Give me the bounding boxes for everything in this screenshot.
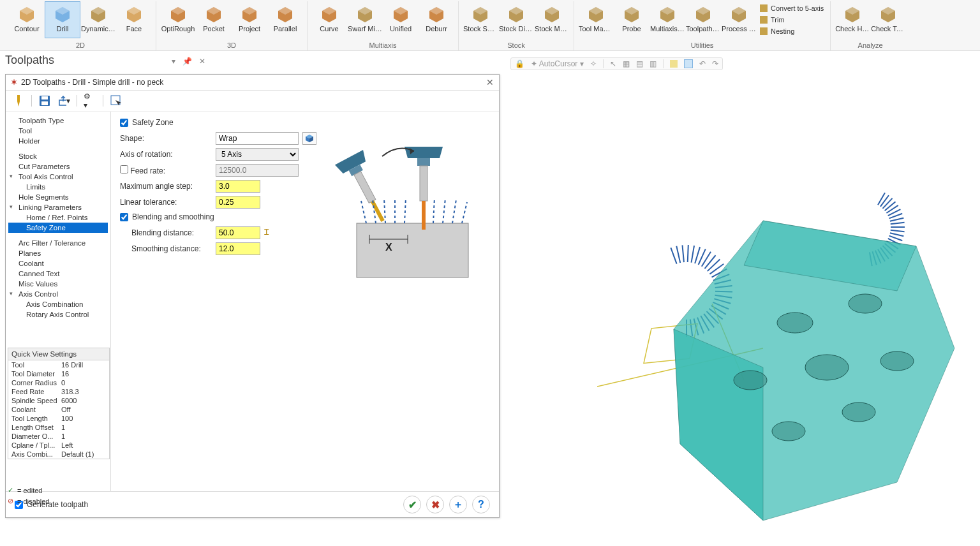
add-button[interactable]: ＋ bbox=[449, 496, 467, 513]
svg-line-89 bbox=[708, 260, 720, 272]
lin-tol-input[interactable] bbox=[216, 196, 260, 209]
ribbon-tool-manager[interactable]: Tool Manager bbox=[578, 1, 614, 38]
ribbon-toolpath-transform[interactable]: Toolpath Transform bbox=[685, 1, 721, 38]
ribbon-check-tool-reach[interactable]: Check Tool Reach bbox=[870, 1, 906, 38]
tree-limits[interactable]: Limits bbox=[8, 182, 108, 192]
qv-coolant: CoolantOff bbox=[8, 405, 109, 414]
ribbon-pocket[interactable]: Pocket bbox=[196, 1, 232, 38]
ribbon-convert-to-5-axis[interactable]: Convert to 5-axis bbox=[759, 3, 824, 14]
help-button[interactable]: ? bbox=[472, 496, 490, 513]
ribbon-unified[interactable]: Unified bbox=[383, 1, 419, 38]
svg-rect-47 bbox=[17, 95, 20, 101]
ribbon-trim[interactable]: Trim bbox=[759, 14, 824, 26]
tree-axis-combination[interactable]: Axis Combination bbox=[8, 299, 108, 309]
ribbon-nesting[interactable]: Nesting bbox=[759, 26, 824, 37]
ribbon-stock-shading[interactable]: Stock Shading bbox=[463, 1, 498, 38]
ribbon-project[interactable]: Project bbox=[232, 1, 267, 38]
tree-hole-segments[interactable]: Hole Segments bbox=[8, 192, 108, 202]
highlight-box-icon[interactable] bbox=[684, 59, 693, 68]
tree-planes[interactable]: Planes bbox=[8, 248, 108, 258]
max-angle-label: Maximum angle step: bbox=[120, 182, 216, 191]
svg-rect-57 bbox=[357, 223, 468, 277]
tree-axis-control[interactable]: Axis Control bbox=[8, 289, 108, 299]
ribbon-curve[interactable]: Curve bbox=[311, 1, 347, 38]
panel-dropdown-icon[interactable]: ▾ bbox=[172, 57, 175, 66]
tree-tool[interactable]: Tool bbox=[8, 126, 108, 136]
max-angle-input[interactable] bbox=[216, 180, 260, 193]
svg-line-118 bbox=[891, 230, 905, 232]
svg-point-140 bbox=[772, 422, 805, 441]
svg-line-116 bbox=[891, 223, 905, 225]
panel-pin-icon[interactable]: 📌 bbox=[182, 57, 192, 66]
dialog-close-button[interactable]: ✕ bbox=[486, 77, 494, 87]
gear-icon[interactable]: ⚙ ▾ bbox=[84, 94, 96, 107]
tree-linking-parameters[interactable]: Linking Parameters bbox=[8, 202, 108, 212]
svg-rect-65 bbox=[371, 200, 385, 222]
ribbon-dynamic-[interactable]: Dynamic ... bbox=[80, 1, 116, 38]
tree-misc-values[interactable]: Misc Values bbox=[8, 279, 108, 289]
tree-canned-text[interactable]: Canned Text bbox=[8, 269, 108, 279]
smooth-dist-input[interactable] bbox=[216, 242, 260, 255]
color-swatch[interactable] bbox=[670, 60, 678, 68]
grid-icon-1[interactable]: ▦ bbox=[623, 59, 630, 68]
tree-arc-filter-tolerance[interactable]: Arc Filter / Tolerance bbox=[8, 238, 108, 248]
grid-icon-2[interactable]: ▤ bbox=[636, 59, 643, 68]
ribbon-optirough[interactable]: OptiRough bbox=[160, 1, 196, 38]
pocket-icon bbox=[204, 4, 224, 24]
tree-cut-parameters[interactable]: Cut Parameters bbox=[8, 161, 108, 172]
tree-safety-zone[interactable]: Safety Zone bbox=[8, 223, 108, 233]
ribbon-deburr[interactable]: Deburr bbox=[419, 1, 454, 38]
svg-point-138 bbox=[880, 351, 914, 371]
redo-icon[interactable]: ↷ bbox=[712, 59, 718, 68]
ribbon-contour[interactable]: Contour bbox=[9, 1, 45, 38]
ribbon-multiaxis-linking[interactable]: Multiaxis Linking bbox=[650, 1, 685, 38]
tool-icon[interactable] bbox=[12, 94, 25, 107]
feed-checkbox[interactable] bbox=[120, 165, 128, 173]
tree-stock[interactable]: Stock bbox=[8, 151, 108, 161]
tree-toolpath-type[interactable]: Toolpath Type bbox=[8, 115, 108, 126]
ribbon-parallel[interactable]: Parallel bbox=[267, 1, 303, 38]
blending-checkbox[interactable] bbox=[120, 213, 128, 221]
select-icon[interactable] bbox=[110, 94, 122, 107]
cancel-button[interactable]: ✖ bbox=[426, 496, 444, 513]
shape-input[interactable] bbox=[216, 132, 299, 145]
ribbon-drill[interactable]: Drill bbox=[45, 1, 80, 38]
ribbon-face[interactable]: Face bbox=[116, 1, 152, 38]
tree-coolant[interactable]: Coolant bbox=[8, 258, 108, 269]
save-icon[interactable] bbox=[38, 94, 51, 107]
svg-point-136 bbox=[777, 313, 813, 333]
blend-dist-input[interactable] bbox=[216, 226, 260, 239]
svg-line-85 bbox=[695, 247, 700, 263]
tree-rotary-axis-control[interactable]: Rotary Axis Control bbox=[8, 309, 108, 320]
grid-icon-3[interactable]: ▥ bbox=[650, 59, 657, 68]
panel-close-icon[interactable]: ✕ bbox=[199, 57, 205, 66]
dialog-titlebar: ✶ 2D Toolpaths - Drill - Simple drill - … bbox=[6, 75, 499, 91]
svg-line-75 bbox=[405, 198, 406, 223]
ok-button[interactable]: ✔ bbox=[403, 496, 421, 513]
qv-feed-rate: Feed Rate318.3 bbox=[8, 387, 109, 396]
ribbon-stock-model-[interactable]: Stock Model ▾ bbox=[534, 1, 570, 38]
tree-tool-axis-control[interactable]: Tool Axis Control bbox=[8, 172, 108, 182]
autocursor-button[interactable]: ✦ AutoCursor ▾ bbox=[531, 59, 584, 68]
quick-view-title: Quick View Settings bbox=[8, 348, 109, 360]
tree-holder[interactable]: Holder bbox=[8, 136, 108, 146]
shape-cube-button[interactable] bbox=[302, 132, 316, 145]
tree-home-ref-points[interactable]: Home / Ref. Points bbox=[8, 212, 108, 223]
target-icon[interactable]: ✧ bbox=[590, 59, 597, 68]
ribbon-process-hole[interactable]: Process Hole bbox=[721, 1, 757, 38]
svg-rect-68 bbox=[420, 166, 427, 201]
ribbon-stock-display[interactable]: Stock Display bbox=[498, 1, 534, 38]
ribbon-check-holder[interactable]: Check Holder bbox=[835, 1, 870, 38]
svg-line-84 bbox=[692, 246, 695, 263]
lock-icon[interactable]: 🔒 bbox=[515, 59, 524, 68]
viewport[interactable]: 🔒 ✦ AutoCursor ▾ ✧ ↖ ▦ ▤ ▥ ↶ ↷ bbox=[510, 57, 980, 546]
safety-zone-checkbox[interactable] bbox=[120, 119, 128, 127]
axis-select[interactable]: 5 Axis bbox=[216, 148, 299, 161]
ribbon-probe[interactable]: Probe bbox=[614, 1, 650, 38]
undo-icon[interactable]: ↶ bbox=[699, 59, 706, 68]
ribbon-swarf-milli-[interactable]: Swarf Milli... bbox=[347, 1, 383, 38]
feed-label: Feed rate: bbox=[120, 165, 216, 175]
lin-tol-label: Linear tolerance: bbox=[120, 198, 216, 207]
export-icon[interactable]: ▾ bbox=[57, 94, 70, 107]
cursor-arrow-icon[interactable]: ↖ bbox=[610, 59, 616, 68]
